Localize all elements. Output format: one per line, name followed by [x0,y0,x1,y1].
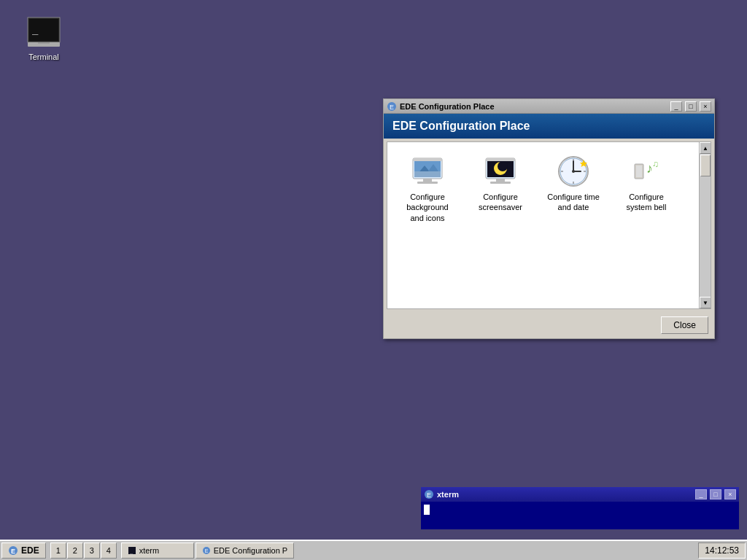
xterm-close-button[interactable]: × [724,489,736,499]
xterm-title: xterm [437,490,692,499]
window-header-title: EDE Configuration Place [392,120,530,132]
terminal-label: Terminal [28,52,59,61]
svg-rect-11 [417,182,438,184]
xterm-titlebar-icon: E [424,489,434,499]
ede-config-taskbar-item[interactable]: E EDE Configuration P [196,542,295,559]
window-header: EDE Configuration Place [384,114,714,139]
window-scrollbar[interactable]: ▲ ▼ [699,142,711,308]
ede-config-taskbar-label: EDE Configuration P [214,546,288,555]
ede-start-icon: E [8,545,18,556]
configure-screensaver-label: Configure screensaver [472,192,529,213]
workspace-1-button[interactable]: 1 [50,542,66,559]
configure-time-icon [556,154,591,189]
svg-text:E: E [11,548,15,555]
configure-screensaver-item[interactable]: Configure screensaver [468,149,533,228]
scrollbar-up-button[interactable]: ▲ [700,142,711,154]
svg-text:E: E [204,548,208,553]
svg-rect-33 [636,166,642,177]
xterm-minimize-button[interactable]: _ [695,489,707,499]
configure-time-item[interactable]: Configure time and date [541,149,606,228]
svg-text:E: E [427,491,431,499]
configure-bell-icon: ♪ ♫ [629,154,664,189]
scrollbar-track[interactable] [700,154,711,297]
xterm-body [421,502,739,529]
clock-time: 14:12:53 [705,545,739,556]
ede-config-window: E EDE Configuration Place _ □ × EDE Conf… [383,98,715,339]
window-titlebar-title: EDE Configuration Place [400,102,667,111]
xterm-taskbar-item[interactable]: _ xterm [121,542,194,559]
scrollbar-thumb[interactable] [700,155,711,176]
start-button[interactable]: E EDE [1,542,46,559]
window-footer: Close [384,312,714,338]
close-button[interactable]: × [700,101,711,112]
taskbar: E EDE 1 2 3 4 _ xterm E EDE Configuratio… [0,540,747,560]
xterm-cursor [424,505,430,515]
close-dialog-button[interactable]: Close [661,316,708,334]
config-items-container: Configure background and icons [387,142,699,308]
svg-rect-4 [38,42,50,44]
terminal-icon: _ [26,15,61,50]
xterm-taskbar-label: xterm [139,546,160,555]
svg-rect-14 [414,171,441,177]
ede-config-taskbar-icon: E [202,546,211,555]
xterm-window: E xterm _ □ × [421,487,739,529]
configure-time-label: Configure time and date [545,192,602,213]
configure-screensaver-icon [483,154,518,189]
maximize-button[interactable]: □ [685,101,697,112]
svg-point-26 [572,170,575,173]
svg-text:E: E [390,104,394,111]
scrollbar-down-button[interactable]: ▼ [700,297,711,308]
configure-bell-label: Configure system bell [618,192,675,213]
workspace-3-button[interactable]: 3 [84,542,100,559]
configure-bell-item[interactable]: ♪ ♫ Configure system bell [614,149,679,228]
workspace-4-button[interactable]: 4 [101,542,117,559]
configure-background-item[interactable]: Configure background and icons [395,149,460,228]
svg-point-21 [498,161,508,171]
svg-rect-17 [486,158,515,161]
window-titlebar: E EDE Configuration Place _ □ × [384,99,714,114]
xterm-titlebar: E xterm _ □ × [421,487,739,502]
workspace-switcher: 1 2 3 4 [50,542,117,559]
xterm-maximize-button[interactable]: □ [710,489,721,499]
configure-background-icon [410,154,445,189]
start-label: EDE [21,545,39,556]
terminal-desktop-icon[interactable]: _ Terminal [15,15,73,61]
svg-text:_: _ [32,23,39,35]
svg-text:♫: ♫ [652,159,659,169]
ede-titlebar-icon: E [387,101,397,112]
svg-rect-19 [490,182,511,184]
svg-rect-9 [413,158,442,161]
minimize-button[interactable]: _ [670,101,682,112]
window-body: Configure background and icons [387,141,711,309]
taskbar-clock: 14:12:53 [698,542,746,559]
xterm-taskbar-icon: _ [128,546,136,555]
svg-rect-10 [423,179,432,182]
svg-rect-18 [496,179,505,182]
configure-background-label: Configure background and icons [399,192,456,223]
workspace-2-button[interactable]: 2 [67,542,83,559]
